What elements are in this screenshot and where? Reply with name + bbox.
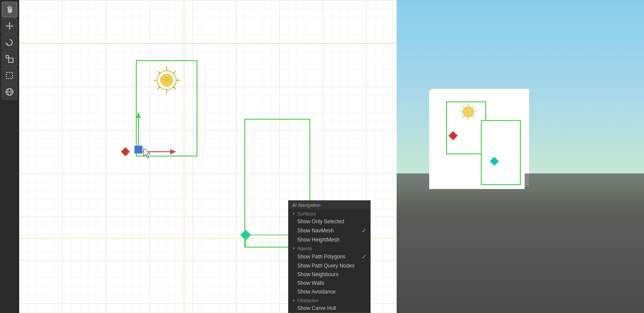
show-navmesh-check: ✓	[361, 227, 367, 234]
svg-marker-4	[6, 25, 7, 27]
svg-rect-9	[7, 72, 13, 78]
viewport-2d[interactable]: AI Navigation Surfaces Show Only Selecte…	[19, 0, 397, 313]
scale-tool-button[interactable]	[2, 51, 17, 67]
show-walls-item[interactable]: Show Walls	[289, 279, 370, 287]
main-container: AI Navigation Surfaces Show Only Selecte…	[0, 0, 644, 313]
show-navmesh-item[interactable]: Show NavMesh ✓	[289, 226, 370, 235]
rotate-tool-button[interactable]	[2, 35, 17, 50]
show-path-polygons-item[interactable]: Show Path Polygons ✓	[289, 252, 370, 261]
svg-rect-7	[9, 58, 13, 62]
svg-rect-36	[135, 146, 142, 153]
obstacles-section-header: Obstacles	[289, 296, 370, 304]
surfaces-section-header: Surfaces	[289, 209, 370, 217]
show-only-selected-label: Show Only Selected	[297, 218, 344, 225]
viewport-3d[interactable]	[397, 0, 644, 313]
show-only-selected-item[interactable]: Show Only Selected	[289, 217, 370, 226]
show-path-polygons-check: ✓	[361, 253, 367, 260]
show-walls-label: Show Walls	[297, 280, 324, 286]
show-path-query-nodes-item[interactable]: Show Path Query Nodes	[289, 261, 370, 270]
rect-select-button[interactable]	[2, 68, 17, 83]
global-tool-button[interactable]	[2, 84, 17, 100]
show-avoidance-label: Show Avoidance	[297, 289, 336, 295]
svg-point-30	[163, 77, 170, 84]
show-heightmesh-item[interactable]: Show HeightMesh	[289, 235, 370, 244]
svg-marker-6	[6, 42, 8, 44]
show-path-polygons-label: Show Path Polygons	[297, 254, 345, 260]
show-avoidance-item[interactable]: Show Avoidance	[289, 287, 370, 296]
svg-rect-42	[397, 173, 644, 313]
svg-point-47	[463, 107, 473, 117]
hand-tool-button[interactable]	[2, 2, 17, 17]
show-heightmesh-label: Show HeightMesh	[297, 237, 339, 243]
context-menu: AI Navigation Surfaces Show Only Selecte…	[288, 200, 371, 313]
show-carve-hull-item[interactable]: Show Carve Hull	[289, 304, 370, 313]
show-carve-hull-label: Show Carve Hull	[297, 305, 336, 311]
toolbar	[0, 0, 19, 313]
move-tool-button[interactable]	[2, 18, 17, 34]
svg-rect-45	[481, 121, 520, 185]
show-neighbours-item[interactable]: Show Neighbours	[289, 270, 370, 279]
show-neighbours-label: Show Neighbours	[297, 271, 338, 277]
agents-section-header: Agents	[289, 244, 370, 252]
svg-marker-3	[9, 28, 10, 30]
svg-marker-2	[9, 22, 10, 24]
3d-scene-svg	[397, 0, 644, 313]
svg-rect-8	[6, 55, 9, 58]
menu-title: AI Navigation	[289, 201, 370, 209]
show-path-query-nodes-label: Show Path Query Nodes	[297, 263, 355, 269]
svg-marker-5	[12, 25, 13, 27]
show-navmesh-label: Show NavMesh	[297, 228, 334, 234]
